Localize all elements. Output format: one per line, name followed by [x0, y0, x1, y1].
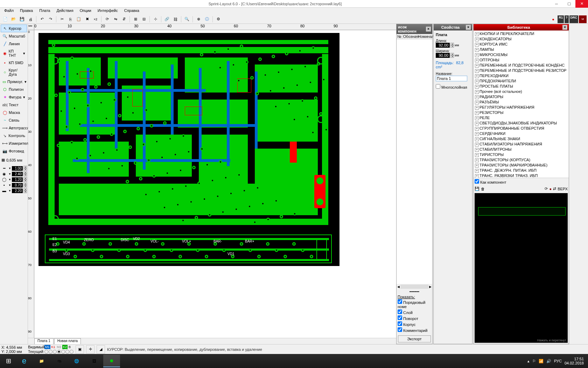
library-preview[interactable]: Нажать и перетянут: [475, 193, 568, 343]
macro-icon[interactable]: M: [579, 15, 587, 23]
tree-item[interactable]: +ОПТРОНЫ: [474, 57, 568, 63]
tool-measure[interactable]: ⟷Измеритель: [1, 139, 27, 147]
close-icon[interactable]: ×: [426, 27, 431, 32]
pad[interactable]: [237, 173, 241, 177]
pad[interactable]: [97, 135, 100, 139]
pad[interactable]: [163, 206, 166, 209]
pad[interactable]: [298, 49, 302, 53]
pad[interactable]: [309, 81, 312, 84]
pad[interactable]: [205, 255, 208, 258]
multilayer-checkbox[interactable]: Многослойная: [436, 85, 467, 89]
grid-size-display[interactable]: ▦ 0,635 мм: [1, 157, 27, 163]
pad[interactable]: [182, 134, 185, 138]
tool-cursor[interactable]: ↖Курсор: [1, 25, 27, 32]
badge-drc[interactable]: DRC: [569, 15, 579, 23]
mode-btn-2[interactable]: ✛: [86, 345, 94, 354]
pad[interactable]: [292, 242, 296, 246]
show-option[interactable]: Поворот: [398, 315, 431, 321]
pad[interactable]: [248, 248, 252, 252]
tree-item[interactable]: +РАДИАТОРЫ: [474, 94, 568, 100]
chevron-down-icon[interactable]: ▼: [8, 178, 11, 181]
pad[interactable]: [166, 171, 169, 175]
badge-r1[interactable]: R1: [558, 15, 564, 23]
pad[interactable]: [52, 43, 55, 47]
expand-icon[interactable]: +: [475, 148, 479, 152]
component-list[interactable]: [397, 39, 432, 284]
tab-new-board[interactable]: Новая плата: [54, 338, 81, 344]
pad[interactable]: [258, 57, 262, 61]
flip-icon[interactable]: ⇄: [553, 186, 556, 191]
pad[interactable]: [134, 161, 137, 165]
pad[interactable]: [59, 109, 63, 113]
gear-icon[interactable]: ⚙: [215, 15, 222, 23]
pad[interactable]: [274, 199, 278, 203]
taskbar-chrome[interactable]: 🌐: [68, 355, 85, 367]
size-setting-1[interactable]: ◉▼2.40▴▾: [1, 171, 27, 176]
pad[interactable]: [269, 89, 272, 93]
pad[interactable]: [99, 101, 103, 104]
size-setting-0[interactable]: ━▼1.00▴▾: [1, 166, 27, 171]
expand-icon[interactable]: +: [475, 90, 479, 94]
expand-icon[interactable]: +: [475, 137, 479, 141]
pad[interactable]: [255, 92, 259, 95]
expand-icon[interactable]: +: [475, 53, 479, 57]
tool-pad-tht[interactable]: ◉КП ТНТ▾: [1, 48, 27, 59]
pad[interactable]: [118, 114, 121, 117]
tray-clock[interactable]: 17:51 04.02.2018: [565, 357, 584, 365]
tree-item[interactable]: +РЕЛЕ: [474, 115, 568, 121]
pad[interactable]: [86, 104, 90, 107]
pad[interactable]: [161, 242, 164, 246]
export-button[interactable]: Экспорт: [398, 335, 431, 342]
pad[interactable]: [115, 148, 119, 152]
pad[interactable]: [155, 140, 159, 143]
pad[interactable]: [120, 164, 124, 168]
record-icon[interactable]: ●: [549, 15, 557, 23]
pad[interactable]: [274, 105, 278, 108]
tray-lang[interactable]: РУС: [554, 359, 562, 363]
tray-network-icon[interactable]: 📶: [539, 359, 544, 363]
paste-icon[interactable]: 📋: [75, 15, 83, 23]
pad[interactable]: [195, 216, 198, 219]
copy-icon[interactable]: ⎘: [66, 15, 74, 23]
pad[interactable]: [70, 56, 74, 60]
pad[interactable]: [158, 190, 161, 193]
taskbar-store[interactable]: 🛍: [51, 355, 68, 367]
pad[interactable]: [275, 248, 278, 252]
pad[interactable]: [102, 151, 105, 155]
tree-item[interactable]: +КНОПКИ И ПЕРЕКЛЮЧАТЕЛИ: [474, 31, 568, 36]
pad[interactable]: [322, 78, 326, 81]
pad[interactable]: [311, 131, 315, 134]
pad[interactable]: [240, 242, 243, 246]
chevron-down-icon[interactable]: ▼: [8, 189, 11, 192]
pad[interactable]: [139, 177, 142, 180]
record-icon[interactable]: ●: [549, 187, 552, 191]
pad[interactable]: [266, 218, 270, 221]
expand-icon[interactable]: +: [475, 174, 479, 178]
tree-item[interactable]: +РЕЗИСТОРЫ: [474, 110, 568, 115]
pad[interactable]: [117, 248, 121, 252]
pad[interactable]: [301, 248, 304, 252]
pad[interactable]: [128, 145, 132, 149]
pad[interactable]: [126, 180, 129, 183]
tree-item[interactable]: +КОНДЕНСАТОРЫ: [474, 36, 568, 42]
link-icon[interactable]: 🔗: [163, 15, 171, 23]
tree-item[interactable]: +ПРЕДОХРАНИТЕЛИ: [474, 79, 568, 84]
library-tree[interactable]: +КНОПКИ И ПЕРЕКЛЮЧАТЕЛИ+КОНДЕНСАТОРЫ+КОР…: [474, 30, 569, 178]
pad[interactable]: [168, 137, 172, 141]
pad[interactable]: [147, 158, 150, 162]
pad[interactable]: [257, 255, 261, 258]
pad[interactable]: [62, 75, 66, 79]
tree-item[interactable]: +РАЗЪЁМЫ: [474, 100, 568, 105]
tree-item[interactable]: +СЕРДЕЧНИКИ: [474, 131, 568, 136]
taskbar-photos[interactable]: 🖼: [86, 355, 103, 367]
layer-radio[interactable]: [70, 350, 74, 354]
expand-icon[interactable]: +: [475, 164, 479, 168]
start-button[interactable]: ⊞: [1, 355, 15, 367]
pad[interactable]: [261, 202, 265, 205]
chevron-down-icon[interactable]: ▼: [8, 167, 11, 170]
expand-icon[interactable]: +: [475, 122, 479, 125]
pad[interactable]: [293, 118, 296, 121]
menu-справка[interactable]: Справка: [121, 8, 142, 15]
layer-radio[interactable]: [53, 350, 57, 354]
pad[interactable]: [163, 121, 167, 125]
